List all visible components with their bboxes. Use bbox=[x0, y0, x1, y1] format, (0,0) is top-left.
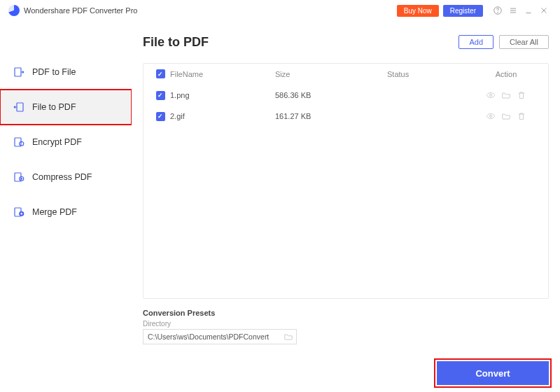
column-header-size: Size bbox=[275, 70, 387, 78]
table-row: 2.gif 161.27 KB bbox=[144, 106, 548, 127]
column-header-action: Action bbox=[471, 70, 541, 78]
select-all-checkbox[interactable] bbox=[156, 69, 165, 78]
help-icon[interactable] bbox=[490, 3, 505, 18]
view-icon[interactable] bbox=[486, 90, 496, 100]
sidebar-item-file-to-pdf[interactable]: File to PDF bbox=[0, 90, 132, 125]
svg-rect-9 bbox=[17, 103, 23, 111]
column-header-status: Status bbox=[387, 70, 471, 78]
register-button[interactable]: Register bbox=[443, 5, 483, 17]
file-to-pdf-icon bbox=[13, 101, 25, 113]
delete-icon[interactable] bbox=[517, 111, 526, 121]
app-title: Wondershare PDF Converter Pro bbox=[24, 6, 137, 15]
row-checkbox[interactable] bbox=[156, 91, 165, 100]
row-checkbox[interactable] bbox=[156, 112, 165, 121]
buy-now-button[interactable]: Buy Now bbox=[397, 5, 439, 17]
titlebar: Wondershare PDF Converter Pro Buy Now Re… bbox=[0, 0, 560, 21]
directory-value: C:\Users\ws\Documents\PDFConvert bbox=[148, 332, 269, 341]
sidebar-item-pdf-to-file[interactable]: PDF to File bbox=[0, 55, 132, 90]
browse-folder-icon[interactable] bbox=[284, 332, 293, 342]
cell-filename: 1.png bbox=[170, 91, 275, 99]
cell-size: 586.36 KB bbox=[275, 91, 387, 99]
compress-pdf-icon bbox=[13, 171, 25, 183]
sidebar-item-label: PDF to File bbox=[32, 67, 76, 77]
encrypt-pdf-icon bbox=[13, 136, 25, 148]
sidebar-item-compress-pdf[interactable]: Compress PDF bbox=[0, 160, 132, 195]
sidebar-item-label: Merge PDF bbox=[32, 207, 77, 217]
menu-icon[interactable] bbox=[505, 3, 521, 18]
folder-icon[interactable] bbox=[501, 90, 511, 100]
sidebar: PDF to File File to PDF Encrypt PDF Comp… bbox=[0, 21, 132, 392]
presets-title: Conversion Presets bbox=[143, 309, 549, 317]
svg-point-16 bbox=[490, 94, 492, 97]
clear-all-button[interactable]: Clear All bbox=[499, 35, 549, 49]
add-button[interactable]: Add bbox=[458, 35, 493, 49]
sidebar-item-label: Compress PDF bbox=[32, 172, 92, 182]
cell-size: 161.27 KB bbox=[275, 112, 387, 120]
folder-icon[interactable] bbox=[501, 111, 511, 121]
delete-icon[interactable] bbox=[517, 90, 526, 100]
svg-point-17 bbox=[490, 115, 492, 118]
convert-button[interactable]: Convert bbox=[437, 361, 549, 385]
cell-filename: 2.gif bbox=[170, 112, 275, 120]
close-icon[interactable] bbox=[536, 3, 552, 18]
column-header-filename: FileName bbox=[170, 70, 275, 78]
minimize-icon[interactable] bbox=[521, 3, 536, 18]
sidebar-item-merge-pdf[interactable]: Merge PDF bbox=[0, 195, 132, 230]
sidebar-item-encrypt-pdf[interactable]: Encrypt PDF bbox=[0, 125, 132, 160]
svg-rect-8 bbox=[15, 68, 21, 76]
sidebar-item-label: File to PDF bbox=[32, 102, 76, 112]
app-logo-icon bbox=[8, 5, 20, 16]
merge-pdf-icon bbox=[13, 206, 25, 218]
page-title: File to PDF bbox=[143, 35, 453, 50]
file-table: FileName Size Status Action 1.png 586.36… bbox=[143, 63, 549, 299]
table-row: 1.png 586.36 KB bbox=[144, 85, 548, 106]
directory-input[interactable]: C:\Users\ws\Documents\PDFConvert bbox=[143, 329, 297, 344]
sidebar-item-label: Encrypt PDF bbox=[32, 137, 82, 147]
directory-label: Directory bbox=[143, 320, 549, 328]
svg-point-1 bbox=[498, 13, 498, 13]
view-icon[interactable] bbox=[486, 111, 496, 121]
pdf-to-file-icon bbox=[13, 66, 25, 78]
